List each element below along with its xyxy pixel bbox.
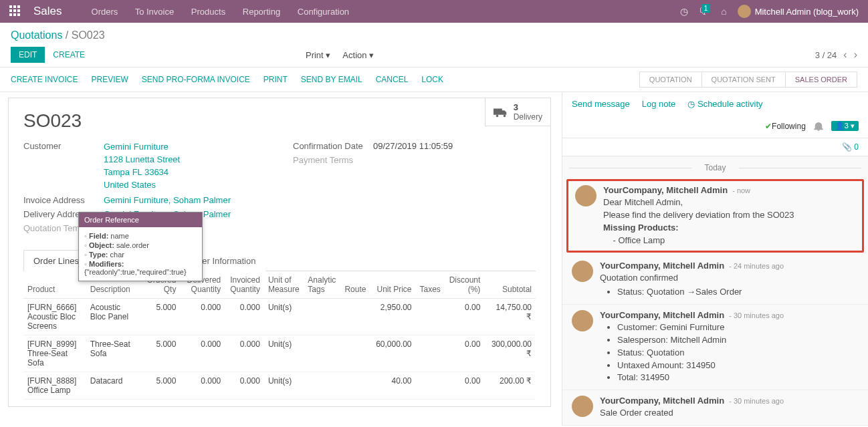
confirmation-date: 09/27/2019 11:05:59 (373, 141, 453, 151)
user-menu[interactable]: Mitchell Admin (blog_work) (738, 5, 859, 18)
clock-icon[interactable]: ◷ (680, 6, 688, 17)
create-invoice-button[interactable]: CREATE INVOICE (11, 75, 78, 84)
edit-button[interactable]: EDIT (11, 47, 45, 63)
col-discount[interactable]: Discount (%) (445, 271, 484, 299)
app-title: Sales (33, 5, 62, 18)
field-tooltip: Order Reference Field: name Object: sale… (78, 212, 203, 281)
truck-icon (494, 107, 508, 118)
main-menu: Orders To Invoice Products Reporting Con… (92, 7, 364, 17)
stage-quotation-sent[interactable]: QUOTATION SENT (701, 72, 786, 88)
avatar (738, 5, 751, 18)
log-note-button[interactable]: Log note (642, 99, 676, 109)
delivery-label: Delivery (514, 112, 542, 122)
label-confirmation-date: Confirmation Date (293, 141, 373, 151)
breadcrumb-root[interactable]: Quotations (11, 29, 62, 41)
col-invoiced-qty[interactable]: Invoiced Quantity (225, 271, 264, 299)
table-row[interactable]: [FURN_8999] Three-Seat SofaThree-Seat So… (23, 335, 536, 372)
label-customer: Customer (23, 141, 104, 191)
tooltip-title: Order Reference (79, 212, 202, 227)
form-sheet: 3 Delivery SO023 Order Reference Field: … (8, 98, 551, 407)
pager-value: 3 / 24 (815, 50, 837, 60)
order-lines-table: Product Description Ordered Qty Delivere… (23, 271, 536, 400)
pager-prev-icon[interactable]: ‹ (843, 49, 847, 61)
send-email-button[interactable]: SEND BY EMAIL (301, 75, 362, 84)
table-row[interactable]: [FURN_8888] Office LampDatacard5.0000.00… (23, 372, 536, 400)
chatter: Send message Log note ◷ Schedule activit… (562, 92, 868, 426)
lock-button[interactable]: LOCK (421, 75, 443, 84)
col-product[interactable]: Product (23, 271, 86, 299)
label-invoice-address: Invoice Address (23, 195, 104, 205)
menu-reporting[interactable]: Reporting (243, 7, 280, 17)
send-message-button[interactable]: Send message (572, 99, 630, 109)
col-taxes[interactable]: Taxes (416, 271, 445, 299)
action-dropdown[interactable]: Action ▾ (342, 50, 374, 60)
schedule-activity-button[interactable]: ◷ Schedule activity (687, 99, 762, 109)
clock-icon: ◷ (687, 99, 695, 109)
label-payment-terms: Payment Terms (293, 155, 373, 165)
caret-down-icon: ▾ (369, 50, 374, 60)
breadcrumb-leaf: SO023 (72, 29, 105, 41)
message: YourCompany, Mitchell Admin - 30 minutes… (562, 390, 868, 426)
person-icon: 👤 (835, 122, 845, 130)
invoice-address-link[interactable]: Gemini Furniture, Soham Palmer (104, 195, 231, 205)
col-tags[interactable]: Analytic Tags (304, 271, 340, 299)
main-navbar: Sales Orders To Invoice Products Reporti… (0, 0, 868, 23)
control-panel: Quotations / SO023 EDIT CREATE Print ▾ A… (0, 23, 868, 67)
attachment-count[interactable]: 📎 0 (562, 138, 868, 156)
apps-icon[interactable] (9, 5, 21, 17)
menu-configuration[interactable]: Configuration (298, 7, 349, 17)
following-status[interactable]: Following (765, 122, 806, 131)
message: YourCompany, Mitchell Admin - 30 minutes… (562, 305, 868, 390)
col-subtotal[interactable]: Subtotal (484, 271, 536, 299)
message: YourCompany, Mitchell Admin - 24 minutes… (562, 255, 868, 305)
action-bar: CREATE INVOICE PREVIEW SEND PRO-FORMA IN… (0, 67, 868, 92)
bell-icon[interactable] (814, 122, 823, 131)
cancel-button[interactable]: CANCEL (376, 75, 409, 84)
stage-sales-order[interactable]: SALES ORDER (785, 72, 857, 88)
print-button[interactable]: PRINT (263, 75, 288, 84)
menu-to-invoice[interactable]: To Invoice (135, 7, 175, 17)
customer-link[interactable]: Gemini Furniture (104, 141, 180, 154)
caret-down-icon: ▾ (326, 50, 330, 60)
message: YourCompany, Mitchell Admin - nowDear Mi… (566, 179, 864, 253)
table-row[interactable]: [FURN_6666] Acoustic Bloc ScreensAcousti… (23, 299, 536, 335)
col-route[interactable]: Route (340, 271, 370, 299)
follower-count[interactable]: 👤3 ▾ (831, 121, 859, 131)
stage-quotation[interactable]: QUOTATION (639, 72, 702, 88)
print-dropdown[interactable]: Print ▾ (306, 50, 330, 60)
pager-next-icon[interactable]: › (854, 49, 857, 61)
delivery-count: 3 (514, 102, 542, 112)
status-bar: QUOTATION QUOTATION SENT SALES ORDER (640, 72, 857, 88)
col-unit-price[interactable]: Unit Price (370, 271, 415, 299)
date-separator: Today (562, 156, 868, 179)
create-button[interactable]: CREATE (53, 50, 85, 59)
user-name: Mitchell Admin (blog_work) (755, 7, 859, 17)
record-title: SO023 (23, 110, 536, 132)
avatar (575, 185, 596, 206)
preview-button[interactable]: PREVIEW (91, 75, 128, 84)
avatar (572, 310, 593, 331)
send-pro-forma-button[interactable]: SEND PRO-FORMA INVOICE (142, 75, 250, 84)
messaging-icon[interactable]: 🗨1 (699, 6, 711, 17)
col-uom[interactable]: Unit of Measure (264, 271, 304, 299)
avatar (572, 396, 593, 417)
menu-products[interactable]: Products (191, 7, 225, 17)
attachment-icon: 📎 (842, 142, 852, 152)
breadcrumb: Quotations / SO023 (11, 29, 857, 41)
pager: 3 / 24 ‹ › (815, 49, 857, 61)
delivery-stat-button[interactable]: 3 Delivery (485, 98, 550, 126)
gift-icon[interactable]: ⌂ (721, 6, 726, 17)
menu-orders[interactable]: Orders (92, 7, 118, 17)
avatar (572, 261, 593, 282)
